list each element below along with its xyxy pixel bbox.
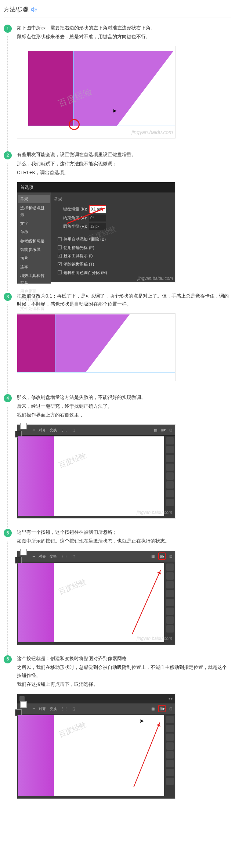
checkbox-row[interactable]: 停用自动添加 / 删除 (B) <box>58 236 172 243</box>
toolbar-icon[interactable]: ⋮⋮ <box>61 553 68 559</box>
toolbar-icon[interactable]: ▦ <box>151 706 155 712</box>
canvas[interactable] <box>18 436 164 516</box>
panel-icon[interactable] <box>166 751 174 759</box>
panel-icon[interactable] <box>166 734 174 741</box>
ai-toolbar: ━ 对齐 变换 ⋮⋮ ⬚ ▦ ⊞▾ ⊡ <box>17 425 175 436</box>
right-panel <box>165 562 175 643</box>
sidebar-item[interactable]: 增效工具和暂存盘 <box>18 271 50 287</box>
fill-swatch[interactable] <box>20 423 27 429</box>
toolbar-icon[interactable]: ⬚ <box>72 427 75 433</box>
checkbox-row[interactable]: 使用精确光标 (E) <box>58 244 172 251</box>
panel-icon[interactable] <box>166 481 174 489</box>
ai-toolbar: ━ 对齐 变换 ⋮⋮ ⬚ ▦ ⊞▾ ⊡ <box>17 703 175 714</box>
panel-icon[interactable] <box>166 581 174 588</box>
panel-icon[interactable] <box>166 625 174 633</box>
shape-right-tri <box>117 51 174 126</box>
align-label[interactable]: 对齐 <box>39 706 46 712</box>
sidebar-item[interactable]: 连字 <box>18 263 50 271</box>
fill-swatch[interactable] <box>20 549 27 555</box>
watermark-url: jingyan.baidu.com <box>137 635 172 642</box>
stroke-icon[interactable]: ━ <box>33 553 35 559</box>
checkbox-label: 使用精确光标 (E) <box>64 244 94 251</box>
panel-icon[interactable] <box>166 608 174 615</box>
panel-icon[interactable] <box>166 446 174 453</box>
panel-icon[interactable] <box>166 563 174 571</box>
field-label: 键盘增量 (K): <box>54 206 87 213</box>
sidebar-item[interactable]: 常规 <box>18 195 50 203</box>
toolbar-icon[interactable]: ⊡ <box>169 706 172 712</box>
canvas[interactable] <box>18 715 164 796</box>
highlight-circle <box>69 119 80 130</box>
transform-label[interactable]: 变换 <box>50 706 57 712</box>
panel-icon[interactable] <box>166 464 174 471</box>
checkbox-row[interactable]: 消除锯齿图稿 (T) <box>58 261 172 268</box>
pixel-snap-button[interactable]: ⊞▾ <box>158 552 166 560</box>
panel-icon[interactable] <box>166 572 174 580</box>
checkbox-row[interactable]: 显示工具提示 (I) <box>58 252 172 259</box>
panel-icon[interactable] <box>166 742 174 750</box>
text-line: 如下图中所示，需要把右边的形状的左下角对准左边形状右下角。 <box>17 24 231 32</box>
sidebar-item[interactable]: 单位 <box>18 228 50 237</box>
text-line: 有些朋友可能会说，设置微调在首选项里设置键盘增量。 <box>17 151 231 159</box>
tab-bar: ◂ ▸ <box>17 694 175 703</box>
sidebar-item[interactable]: 智能参考线 <box>18 245 50 254</box>
step-text: 这个按钮就是：创建和变换时将贴图对齐到像素网格 之所以，我们在移动形状时，总感觉… <box>17 655 231 688</box>
text-line: CTRL+K，调出首选项。 <box>17 169 231 177</box>
guide-vertical <box>73 51 74 126</box>
step-number: 2 <box>4 151 12 159</box>
step-text: 这里有一个按钮，这个按钮往往被我们所忽略； 如图中所示的按钮。这个按钮现在呈激活… <box>17 528 231 545</box>
panel-icon[interactable] <box>166 769 174 776</box>
pixel-snap-icon[interactable]: ⊞▾ <box>161 427 166 433</box>
align-label[interactable]: 对齐 <box>39 553 46 559</box>
toolbar-icon[interactable]: ⊡ <box>169 427 172 433</box>
section-title: 方法/步骤 <box>4 4 29 14</box>
toolbar-icon[interactable]: ▦ <box>151 553 155 559</box>
right-panel <box>165 714 175 797</box>
align-label[interactable]: 对齐 <box>39 427 46 433</box>
panel-icon[interactable] <box>166 716 174 723</box>
text-line: 这个按钮就是：创建和变换时将贴图对齐到像素网格 <box>17 655 231 663</box>
field-label: 圆角半径 (R): <box>54 223 87 230</box>
toolbar-icon[interactable]: ▦ <box>154 427 157 433</box>
step-number: 6 <box>4 655 12 663</box>
sidebar-item[interactable]: 文字 <box>18 219 50 228</box>
transform-label[interactable]: 变换 <box>50 427 57 433</box>
text-line: 那么，我们就试下，这种方法能不能实现微调； <box>17 160 231 168</box>
stroke-icon[interactable]: ━ <box>33 706 35 712</box>
pixel-snap-button[interactable]: ⊞▾ <box>158 705 166 712</box>
step-number: 4 <box>4 394 12 402</box>
panel-icon[interactable] <box>166 472 174 480</box>
panel-icon[interactable] <box>166 590 174 597</box>
step-text: 把数值修改为0.1；再试了下，是可以调了，两个形状的点是对上了。但，手感上总是觉… <box>17 292 231 308</box>
tab-control-icon[interactable]: ◂ ▸ <box>168 695 173 702</box>
sidebar-item[interactable]: 选择和锚点显示 <box>18 204 50 219</box>
fill-swatch[interactable] <box>20 701 27 708</box>
panel-icon[interactable] <box>166 725 174 732</box>
stroke-icon[interactable]: ━ <box>33 427 35 433</box>
panel-icon[interactable] <box>166 599 174 606</box>
transform-label[interactable]: 变换 <box>50 553 57 559</box>
watermark-url: jingyan.baidu.com <box>137 509 172 516</box>
menu-icon[interactable] <box>19 696 25 701</box>
sidebar-item[interactable]: 参考线和网格 <box>18 237 50 245</box>
panel-icon[interactable] <box>166 778 174 785</box>
text-line: 我们在这按钮上再点击下，取消选择。 <box>17 680 231 688</box>
sound-icon[interactable] <box>31 7 37 12</box>
guide-horizontal <box>28 126 175 126</box>
toolbar-icon[interactable]: ⬚ <box>72 706 75 712</box>
checkbox-label: 选择相同色调百分比 (M) <box>64 269 107 276</box>
toolbar-icon[interactable]: ⊡ <box>169 553 172 559</box>
toolbar-icon[interactable]: ⬚ <box>72 553 75 559</box>
canvas[interactable] <box>18 563 164 642</box>
panel-icon[interactable] <box>166 455 174 462</box>
panel-icon[interactable] <box>166 616 174 624</box>
toolbar-icon[interactable]: ⋮⋮ <box>61 427 68 433</box>
toolbar-icon[interactable]: ⋮⋮ <box>61 706 68 712</box>
panel-icon[interactable] <box>166 760 174 767</box>
step-1: 1 如下图中所示，需要把右边的形状的左下角对准左边形状右下角。 鼠标点住形状移来… <box>0 20 235 147</box>
sidebar-item[interactable]: 切片 <box>18 254 50 263</box>
constrain-angle-input[interactable]: 0° <box>89 215 106 221</box>
panel-icon[interactable] <box>166 437 174 444</box>
panel-icon[interactable] <box>166 490 174 497</box>
panel-icon[interactable] <box>166 499 174 506</box>
